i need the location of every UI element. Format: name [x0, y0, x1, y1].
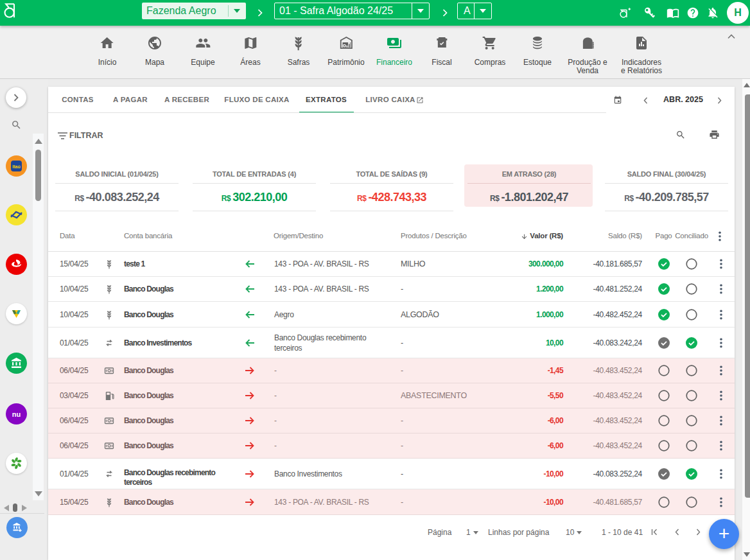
- svg-text:nu: nu: [12, 410, 21, 418]
- svg-text:Itaú: Itaú: [12, 164, 20, 169]
